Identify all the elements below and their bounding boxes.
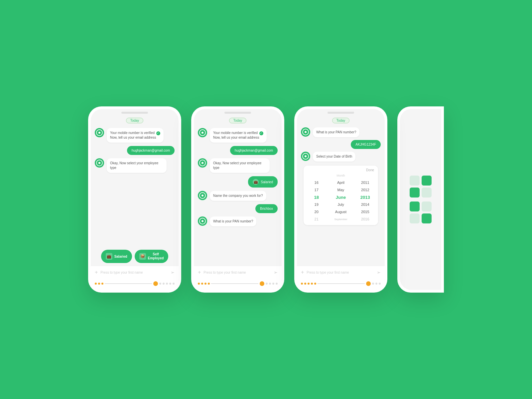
cal-year-2011[interactable]: 2011: [354, 179, 377, 186]
salaried-label-1: Salaried: [114, 255, 127, 258]
bot-message-p2-1: Your mobile number is verified ✓Now, tel…: [198, 128, 278, 143]
bot-bubble-p2-3: Name the company you work for?: [210, 191, 266, 201]
cal-month-august[interactable]: August: [329, 208, 352, 215]
dot-4: [159, 283, 161, 285]
bot-avatar-inner-p3-1: [302, 129, 309, 135]
input-placeholder-2[interactable]: Press to type your first name: [203, 271, 271, 274]
dot-8: [173, 283, 175, 285]
cal-year-2014[interactable]: 2014: [354, 201, 377, 208]
bot-avatar-dot-p3-1: [305, 131, 307, 133]
user-email-1: hughjackman@gmail.com: [132, 149, 170, 152]
cal-year-2016[interactable]: 2016: [354, 216, 377, 222]
dot-p2-2: [201, 283, 203, 285]
phone-2-notch: [224, 112, 251, 114]
self-employed-button-1[interactable]: 📦 SelfEmployed: [135, 250, 169, 263]
user-bubble-p3-1: AKJHG1234F: [351, 140, 381, 149]
user-message-p2-1: hughjackman@gmail.com: [198, 146, 278, 155]
partial-logo-block-7: [410, 213, 420, 223]
dot-5: [163, 283, 165, 285]
bot-avatar-2: [95, 158, 104, 168]
bot-bubble-1: Your mobile number is verified ✓Now, tel…: [107, 128, 164, 143]
bot-message-p2-3: Name the company you work for?: [198, 191, 278, 201]
bot-text-p2-1: Your mobile number is verified ✓Now, tel…: [213, 131, 263, 139]
phone-3: Today What is your PAN number? AKJHG1234…: [294, 106, 387, 293]
bot-avatar-dot-p3-2: [305, 155, 307, 157]
cal-year-2015[interactable]: 2015: [354, 208, 377, 215]
bot-avatar-dot-1: [98, 132, 100, 134]
bot-avatar-inner-p3-2: [302, 153, 309, 160]
phone-3-notch: [328, 112, 354, 114]
bot-message-p2-2: Okay, Now select your employee type: [198, 158, 278, 173]
self-employed-label-1: SelfEmployed: [148, 252, 164, 260]
dot-p2-3: [204, 283, 206, 285]
input-plus-1: +: [95, 269, 98, 275]
date-picker[interactable]: Done 16 17 18 19 20 21 Month: [304, 166, 378, 225]
bot-avatar-p2-2: [198, 158, 207, 168]
user-bubble-p2-2: 💼 Salaried: [248, 176, 278, 188]
today-badge-3: Today: [301, 118, 381, 123]
send-icon-2[interactable]: ➢: [274, 270, 278, 275]
dot-1: [95, 283, 97, 285]
partial-logo-grid-2: [410, 201, 432, 223]
cal-day-17[interactable]: 17: [305, 187, 328, 193]
bot-text-2: Okay, Now select your employee type: [110, 161, 158, 170]
cal-year-2013[interactable]: 2013: [354, 194, 377, 200]
dot-p3-2: [304, 283, 306, 285]
input-placeholder-1[interactable]: Press to type your first name: [100, 271, 168, 274]
today-label-1: Today: [126, 118, 144, 123]
cal-header-month: Month: [336, 173, 345, 178]
dot-p3-7: [375, 283, 377, 285]
bot-avatar-dot-p2-3: [201, 195, 203, 197]
user-bubble-1: hughjackman@gmail.com: [127, 146, 175, 155]
today-badge-2: Today: [198, 118, 278, 123]
bot-bubble-p3-2: Select your Date of Birth: [313, 152, 355, 162]
cal-year-2012[interactable]: 2012: [354, 187, 377, 193]
bot-avatar-inner-p2-1: [199, 129, 206, 136]
input-placeholder-3[interactable]: Press to type your first name: [307, 271, 374, 274]
partial-logo-block-6: [422, 201, 432, 211]
partial-logo-grid: [410, 176, 432, 198]
cal-month-may[interactable]: May: [329, 187, 352, 193]
dot-2: [98, 283, 100, 285]
cal-month-april[interactable]: April: [329, 179, 352, 186]
bot-text-p2-3: Name the company you work for?: [213, 194, 263, 198]
partial-content: [410, 176, 432, 223]
salaried-button-1[interactable]: 💼 Salaried: [101, 250, 132, 263]
cal-day-16[interactable]: 16: [305, 179, 328, 186]
cal-month-july[interactable]: July: [329, 201, 352, 208]
dot-p2-5: [266, 283, 268, 285]
user-message-p3-1: AKJHG1234F: [301, 140, 381, 149]
salaried-icon-p2: 💼: [253, 179, 259, 185]
today-label-2: Today: [229, 118, 247, 123]
send-icon-3[interactable]: ➢: [377, 270, 381, 275]
bot-avatar-dot-p2-2: [201, 162, 203, 164]
cal-day-19[interactable]: 19: [305, 201, 328, 208]
options-row-1: 💼 Salaried 📦 SelfEmployed: [95, 250, 175, 263]
cal-day-20[interactable]: 20: [305, 208, 328, 215]
dot-p3-3: [308, 283, 310, 285]
bot-bubble-p2-1: Your mobile number is verified ✓Now, tel…: [210, 128, 267, 143]
partial-logo-block-4: [422, 188, 432, 198]
pan-number-p3: AKJHG1234F: [355, 143, 376, 146]
user-message-p2-3: Brichbox: [198, 204, 278, 213]
cal-month-sep[interactable]: September: [329, 216, 352, 222]
bot-avatar-p2-1: [198, 128, 207, 137]
dot-p3-8: [379, 283, 381, 285]
progress-thumb-3: [366, 281, 371, 286]
phone-2-input-area: + Press to type your first name ➢: [194, 266, 282, 279]
cal-month-june[interactable]: June: [329, 194, 352, 200]
today-badge-1: Today: [95, 118, 175, 123]
cal-day-21[interactable]: 21: [305, 216, 328, 222]
user-email-p2: hughjackman@gmail.com: [235, 149, 273, 152]
bot-text-p2-4: What is your PAN number?: [213, 219, 253, 223]
partial-logo-block-8: [422, 213, 432, 223]
phone-1-chat: Today Your mobile number is verified ✓No…: [91, 115, 179, 266]
progress-thumb-1: [153, 281, 158, 286]
self-employed-icon-1: 📦: [139, 253, 146, 260]
cal-done[interactable]: Done: [305, 168, 377, 173]
phone-4-partial: [397, 106, 444, 293]
send-icon-1[interactable]: ➢: [171, 270, 175, 275]
bot-avatar-inner-p2-2: [199, 160, 206, 166]
dot-3: [101, 283, 103, 285]
cal-day-18[interactable]: 18: [305, 194, 328, 200]
